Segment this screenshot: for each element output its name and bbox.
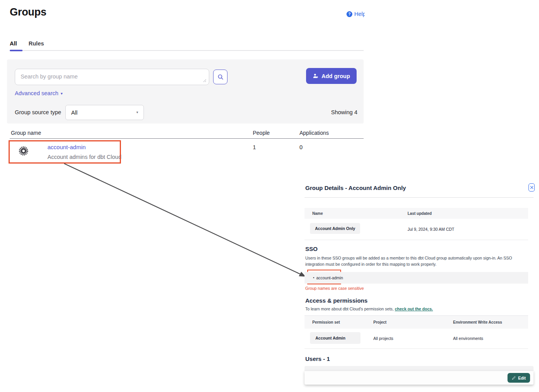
add-group-button[interactable]: Add group [306, 68, 357, 84]
group-applications-count: 0 [299, 144, 303, 150]
users-table-top-strip [304, 366, 534, 371]
select-caret-icon: ▼ [136, 111, 139, 114]
advanced-search-label: Advanced search [15, 90, 58, 96]
group-details-panel: Group Details - Account Admin Only Name … [304, 181, 534, 387]
description-prefix: To learn more about dbt Cloud's permissi… [305, 307, 395, 311]
selected-source-type: All [71, 110, 77, 116]
search-box [15, 69, 209, 85]
column-name: Name [312, 211, 323, 216]
access-permissions-description: To learn more about dbt Cloud's permissi… [305, 307, 433, 311]
search-icon [217, 74, 224, 80]
details-footer: Edit [304, 371, 534, 385]
sso-group-name: account-admin [316, 275, 343, 280]
permission-set-pill: Account Admin [310, 332, 360, 344]
group-source-type-select[interactable]: All ▼ [65, 105, 144, 120]
add-user-icon [313, 73, 318, 79]
groups-table-header: Group name People Applications [10, 128, 364, 139]
pencil-icon [512, 376, 516, 380]
table-row: account-admin Account admins for dbt Clo… [10, 139, 364, 165]
group-description: Account admins for dbt Cloud [47, 154, 121, 160]
group-gear-icon [18, 146, 29, 156]
close-button[interactable] [528, 183, 535, 192]
showing-count: Showing 4 [331, 109, 357, 115]
add-group-label: Add group [322, 73, 350, 79]
caret-down-icon: ▾ [61, 91, 63, 96]
column-environment-write-access: Environment Write Access [453, 320, 502, 324]
active-tab-indicator [10, 50, 23, 51]
sso-description: Users in these SSO groups will be added … [305, 255, 530, 268]
group-source-type-label: Group source type [15, 109, 61, 115]
edit-button[interactable]: Edit [508, 373, 530, 383]
group-info-table: Name Last updated Account Admin Only Jul… [304, 208, 528, 240]
help-label: Help [354, 11, 365, 17]
advanced-search-toggle[interactable]: Advanced search ▾ [15, 90, 63, 96]
filter-panel: Add group Advanced search ▾ Group source… [7, 59, 364, 124]
sso-heading: SSO [305, 246, 318, 252]
access-permissions-heading: Access & permissions [305, 297, 368, 304]
environment-value: All environments [453, 336, 483, 341]
page-title: Groups [10, 6, 46, 18]
users-heading: Users - 1 [305, 355, 330, 362]
column-last-updated: Last updated [408, 211, 432, 216]
permissions-table-header: Permission set Project Environment Write… [304, 316, 528, 329]
sso-group-item: • account-admin [304, 272, 528, 284]
bullet-icon: • [313, 276, 314, 280]
column-applications: Applications [299, 130, 329, 136]
docs-link[interactable]: check out the docs. [395, 307, 433, 311]
case-sensitive-warning: Group names are case sensitive [305, 286, 364, 291]
help-question-icon: ? [346, 11, 352, 17]
permissions-table-row: Account Admin All projects All environme… [304, 329, 528, 349]
permissions-table: Permission set Project Environment Write… [304, 315, 528, 349]
group-people-count: 1 [253, 144, 256, 150]
tabs-divider [10, 50, 364, 51]
column-permission-set: Permission set [312, 320, 340, 324]
column-group-name: Group name [11, 130, 41, 136]
search-button[interactable] [213, 70, 228, 84]
group-name-link[interactable]: account-admin [47, 144, 86, 150]
details-divider [304, 197, 534, 198]
tab-rules[interactable]: Rules [29, 40, 44, 51]
column-project: Project [373, 320, 387, 324]
info-table-row: Account Admin Only Jul 9, 2024, 9:30 AM … [304, 219, 528, 240]
group-name-pill: Account Admin Only [310, 223, 360, 234]
help-link[interactable]: ? Help [346, 10, 365, 18]
close-icon [530, 186, 534, 189]
details-title: Group Details - Account Admin Only [305, 185, 406, 191]
edit-label: Edit [518, 376, 526, 380]
project-value: All projects [373, 336, 393, 341]
info-table-header: Name Last updated [304, 208, 528, 219]
groups-page: Groups ? Help All Rules Add group Advanc… [0, 0, 539, 392]
search-input[interactable] [15, 69, 209, 85]
column-people: People [253, 130, 270, 136]
last-updated-value: Jul 9, 2024, 9:30 AM CDT [408, 227, 454, 232]
